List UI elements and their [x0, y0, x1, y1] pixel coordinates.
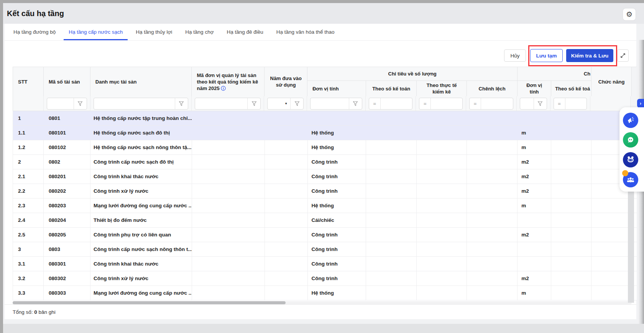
cell-unit — [308, 111, 366, 125]
cell-11 — [591, 242, 632, 256]
assistant-button[interactable] — [623, 152, 638, 167]
cell-name: Công trình xử lý nước — [90, 184, 192, 198]
cell-7 — [417, 155, 467, 169]
cell-7 — [417, 184, 467, 198]
cell-10 — [551, 155, 591, 169]
filter-button-9[interactable] — [534, 98, 547, 109]
filter-button-5[interactable] — [349, 98, 362, 109]
table-row[interactable]: 10801Hệ thống cấp nước tập trung hoàn ch… — [13, 111, 637, 126]
table-row[interactable]: 30803Công trình cấp nước sạch nông thôn … — [13, 242, 637, 257]
cell-unit2: m — [518, 140, 551, 154]
cell-8 — [467, 257, 518, 271]
expand-button[interactable] — [617, 49, 629, 62]
table-row[interactable]: 2.3080203Mạng lưới đường ống cung cấp nư… — [13, 198, 637, 213]
filter-button-2[interactable] — [175, 98, 188, 109]
cell-11 — [591, 198, 632, 213]
gear-icon: ⚙ — [626, 10, 632, 19]
cell-6 — [366, 155, 417, 169]
table-row[interactable]: 1.2080102Hệ thống cấp nước sạch nông thô… — [13, 140, 637, 155]
cell-7 — [417, 271, 467, 285]
panda-bot-icon — [626, 155, 636, 165]
horizontal-scrollbar[interactable] — [13, 301, 632, 304]
cell-7 — [417, 213, 467, 227]
header-filler — [632, 67, 637, 96]
filter-cell-7: = — [416, 96, 466, 111]
filter-input-7[interactable]: = — [419, 98, 463, 110]
filter-select-4[interactable]: ▼ — [267, 98, 304, 110]
filter-cell-0 — [13, 96, 44, 111]
filter-button-1[interactable] — [74, 98, 87, 109]
announcement-button[interactable] — [623, 113, 638, 128]
filter-input-3[interactable] — [195, 98, 261, 110]
table-row[interactable]: 2.2080202Công trình xử lý nướcCông trình… — [13, 184, 637, 198]
cell-7 — [417, 198, 467, 213]
cell-unit2 — [518, 257, 551, 271]
cell-10 — [551, 271, 591, 285]
cell-unit: Hệ thống — [308, 126, 366, 140]
settings-button[interactable]: ⚙ — [623, 8, 636, 20]
tab-0[interactable]: Hạ tầng đường bộ — [7, 24, 62, 40]
save-temp-button[interactable]: Lưu tạm — [530, 49, 563, 62]
expand-icon — [620, 52, 626, 59]
horizontal-scrollbar-thumb[interactable] — [13, 301, 286, 304]
collapse-panel-button[interactable]: › — [637, 99, 644, 108]
cell-10 — [551, 286, 591, 300]
table-row[interactable]: 3.3080303Mạng lưới đường ống cung cấp nư… — [13, 286, 637, 300]
filter-button-3[interactable] — [247, 98, 260, 109]
cell-stt: 2 — [13, 155, 44, 169]
filter-cell-2 — [90, 96, 192, 111]
table-row[interactable]: 3.1080301Công trình khai thác nướcCông t… — [13, 257, 637, 271]
check-and-save-button[interactable]: Kiểm tra & Lưu — [566, 49, 613, 62]
cell-3 — [192, 242, 265, 256]
tab-3[interactable]: Hạ tầng chợ — [179, 24, 220, 40]
filter-input-1[interactable] — [47, 98, 87, 110]
tab-2[interactable]: Hạ tầng thủy lợi — [129, 24, 179, 40]
chat-button[interactable] — [623, 132, 638, 148]
info-icon[interactable] — [221, 86, 226, 91]
vertical-scrollbar[interactable] — [628, 192, 634, 303]
cancel-button[interactable]: Hủy — [504, 49, 526, 62]
filter-input-6[interactable]: = — [369, 98, 413, 110]
filter-input-10[interactable]: = — [554, 98, 587, 110]
app-window: Kết cấu hạ tầng ⚙ Hạ tầng đường bộHạ tần… — [3, 3, 644, 333]
tab-4[interactable]: Hạ tầng đê điều — [220, 24, 270, 40]
cell-8 — [467, 126, 518, 140]
cell-unit2: m — [518, 126, 551, 140]
table-row[interactable]: 3.2080302Công trình xử lý nướcCông trình… — [13, 271, 637, 286]
cell-6 — [366, 213, 417, 227]
equals-operator[interactable]: = — [369, 98, 381, 109]
cell-7 — [417, 286, 467, 300]
tab-5[interactable]: Hạ tầng văn hóa thể thao — [270, 24, 341, 40]
filter-input-9[interactable] — [520, 98, 547, 110]
cell-3 — [192, 198, 265, 213]
equals-operator[interactable]: = — [419, 98, 431, 109]
table-row[interactable]: 20802Công trình cấp nước sạch đô thịCông… — [13, 155, 637, 169]
cell-name: Công trình xử lý nước — [90, 271, 192, 285]
filter-input-2[interactable] — [94, 98, 188, 110]
cell-stt: 1.2 — [13, 140, 44, 154]
megaphone-icon — [626, 116, 635, 125]
cell-6 — [366, 257, 417, 271]
filter-cell-6: = — [366, 96, 416, 111]
equals-operator[interactable]: = — [554, 98, 565, 109]
equals-operator[interactable]: = — [470, 98, 481, 109]
cell-8 — [467, 228, 518, 242]
total-records: Tổng số: 0 bản ghi — [13, 305, 56, 320]
filter-input-8[interactable]: = — [469, 98, 513, 110]
table-row[interactable]: 2.4080204Thiết bị đo đếm nướcCái/chiếc — [13, 213, 637, 228]
table-row[interactable]: 1.1080101Hệ thống cấp nước sạch đô thịHệ… — [13, 126, 637, 140]
cell-code: 080302 — [44, 271, 90, 285]
filter-input-5[interactable] — [310, 98, 362, 110]
cell-3 — [192, 213, 265, 227]
filter-button-4[interactable] — [290, 98, 303, 109]
cell-name: Hệ thống cấp nước sạch nông thôn tậ... — [90, 140, 192, 154]
tab-1[interactable]: Hạ tầng cấp nước sạch — [62, 24, 129, 40]
cell-10 — [551, 111, 591, 125]
table-row[interactable]: 2.1080201Công trình khai thác nướcCông t… — [13, 169, 637, 184]
page-title: Kết cấu hạ tầng — [7, 3, 64, 24]
filter-cell-8: = — [466, 96, 517, 111]
cell-8 — [467, 198, 518, 213]
cell-6 — [366, 169, 417, 184]
cell-unit2 — [518, 111, 551, 125]
table-row[interactable]: 2.5080205Công trình phụ trợ có liên quan… — [13, 228, 637, 242]
